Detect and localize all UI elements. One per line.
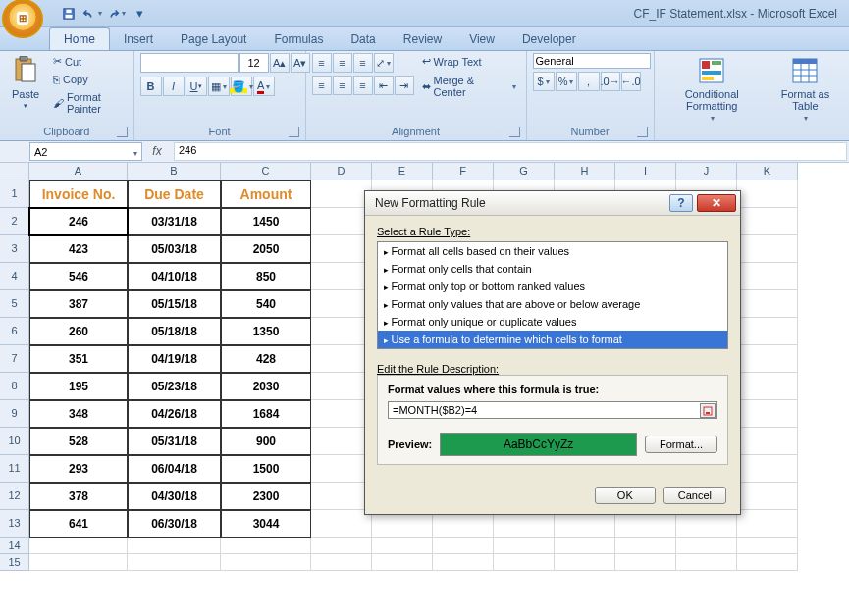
align-top-button[interactable]: ≡ bbox=[312, 53, 332, 73]
merge-center-button[interactable]: ⬌Merge & Center bbox=[418, 73, 520, 100]
dialog-close-button[interactable]: ✕ bbox=[697, 194, 736, 212]
cell[interactable] bbox=[311, 455, 372, 483]
column-header[interactable]: H bbox=[555, 163, 615, 180]
row-header[interactable]: 11 bbox=[0, 455, 29, 483]
select-all-corner[interactable] bbox=[0, 163, 29, 180]
row-header[interactable]: 4 bbox=[0, 263, 29, 290]
cell[interactable]: 04/10/18 bbox=[128, 263, 221, 290]
cell[interactable] bbox=[737, 554, 798, 571]
italic-button[interactable]: I bbox=[163, 77, 185, 96]
cell[interactable]: 05/31/18 bbox=[128, 428, 221, 455]
cell[interactable]: 1500 bbox=[221, 455, 311, 483]
column-header[interactable]: K bbox=[737, 163, 798, 180]
conditional-formatting-button[interactable]: Conditional Formatting bbox=[661, 53, 764, 125]
cancel-button[interactable]: Cancel bbox=[663, 487, 726, 504]
row-header[interactable]: 10 bbox=[0, 428, 29, 455]
cell[interactable] bbox=[221, 538, 311, 554]
cell[interactable] bbox=[737, 373, 798, 400]
cell[interactable] bbox=[737, 235, 798, 263]
cell[interactable] bbox=[737, 455, 798, 483]
tab-data[interactable]: Data bbox=[337, 28, 389, 50]
orientation-button[interactable]: ⤢ bbox=[374, 53, 394, 73]
cell[interactable]: 05/15/18 bbox=[128, 290, 221, 318]
tab-home[interactable]: Home bbox=[49, 27, 110, 50]
font-family-select[interactable] bbox=[140, 53, 239, 73]
row-header[interactable]: 14 bbox=[0, 538, 29, 554]
cell[interactable]: 348 bbox=[29, 400, 128, 428]
row-header[interactable]: 13 bbox=[0, 510, 29, 538]
cell[interactable]: Amount bbox=[221, 180, 311, 208]
row-header[interactable]: 8 bbox=[0, 373, 29, 400]
cell[interactable] bbox=[433, 554, 494, 571]
column-header[interactable]: C bbox=[221, 163, 311, 180]
cell[interactable]: 540 bbox=[221, 290, 311, 318]
cell[interactable] bbox=[615, 538, 676, 554]
cell[interactable]: 195 bbox=[29, 373, 128, 400]
column-header[interactable]: J bbox=[676, 163, 737, 180]
cell[interactable]: 05/18/18 bbox=[128, 318, 221, 345]
tab-formulas[interactable]: Formulas bbox=[260, 28, 337, 50]
copy-button[interactable]: ⎘Copy bbox=[49, 72, 128, 87]
rule-type-item[interactable]: Format only unique or duplicate values bbox=[378, 313, 727, 331]
cell[interactable]: Invoice No. bbox=[29, 180, 128, 208]
cell[interactable]: 423 bbox=[29, 235, 128, 263]
cut-button[interactable]: ✂Cut bbox=[49, 53, 128, 70]
column-header[interactable]: E bbox=[372, 163, 433, 180]
cell[interactable] bbox=[221, 554, 311, 571]
column-header[interactable]: D bbox=[311, 163, 372, 180]
rule-type-item[interactable]: Format only values that are above or bel… bbox=[378, 295, 727, 313]
cell[interactable] bbox=[737, 180, 798, 208]
number-format-select[interactable] bbox=[533, 53, 651, 69]
row-header[interactable]: 1 bbox=[0, 180, 29, 208]
cell[interactable] bbox=[737, 208, 798, 235]
cell[interactable]: 2050 bbox=[221, 235, 311, 263]
cell[interactable] bbox=[311, 263, 372, 290]
bold-button[interactable]: B bbox=[140, 77, 162, 96]
qat-customize-icon[interactable]: ▾ bbox=[130, 4, 149, 24]
cell[interactable]: 528 bbox=[29, 428, 128, 455]
accounting-format-button[interactable]: $ bbox=[533, 72, 555, 91]
cell[interactable] bbox=[311, 208, 372, 235]
percent-format-button[interactable]: % bbox=[556, 72, 577, 91]
cell[interactable]: Due Date bbox=[128, 180, 221, 208]
tab-review[interactable]: Review bbox=[390, 28, 455, 50]
row-header[interactable]: 7 bbox=[0, 345, 29, 373]
cell[interactable] bbox=[311, 290, 372, 318]
row-header[interactable]: 9 bbox=[0, 400, 29, 428]
underline-button[interactable]: U▾ bbox=[186, 77, 207, 96]
row-header[interactable]: 2 bbox=[0, 208, 29, 235]
rule-type-item[interactable]: Format only cells that contain bbox=[378, 260, 727, 278]
font-size-select[interactable] bbox=[239, 53, 269, 73]
cell[interactable]: 387 bbox=[29, 290, 128, 318]
format-painter-button[interactable]: 🖌Format Painter bbox=[49, 89, 128, 117]
tab-view[interactable]: View bbox=[455, 28, 508, 50]
cell[interactable] bbox=[433, 538, 494, 554]
cell[interactable] bbox=[311, 483, 372, 510]
comma-format-button[interactable]: , bbox=[578, 72, 600, 91]
cell[interactable] bbox=[128, 538, 221, 554]
cell[interactable]: 3044 bbox=[221, 510, 311, 538]
cell[interactable] bbox=[555, 554, 615, 571]
cell[interactable]: 04/26/18 bbox=[128, 400, 221, 428]
cell[interactable] bbox=[311, 318, 372, 345]
cell[interactable] bbox=[128, 554, 221, 571]
cell[interactable] bbox=[555, 538, 615, 554]
fx-label[interactable]: fx bbox=[142, 141, 172, 162]
cell[interactable] bbox=[494, 538, 555, 554]
align-right-button[interactable]: ≡ bbox=[353, 76, 373, 95]
cell[interactable]: 1684 bbox=[221, 400, 311, 428]
align-middle-button[interactable]: ≡ bbox=[333, 53, 352, 73]
cell[interactable]: 05/23/18 bbox=[128, 373, 221, 400]
save-icon[interactable] bbox=[59, 4, 79, 24]
cell[interactable] bbox=[737, 483, 798, 510]
cell[interactable]: 04/19/18 bbox=[128, 345, 221, 373]
cell[interactable]: 246 bbox=[29, 208, 128, 235]
cell[interactable]: 378 bbox=[29, 483, 128, 510]
collapse-dialog-icon[interactable] bbox=[700, 403, 716, 418]
cell[interactable] bbox=[311, 428, 372, 455]
font-color-button[interactable]: A bbox=[253, 77, 275, 96]
cell[interactable] bbox=[311, 235, 372, 263]
cell[interactable]: 900 bbox=[221, 428, 311, 455]
cell[interactable] bbox=[311, 345, 372, 373]
increase-indent-button[interactable]: ⇥ bbox=[395, 76, 414, 95]
